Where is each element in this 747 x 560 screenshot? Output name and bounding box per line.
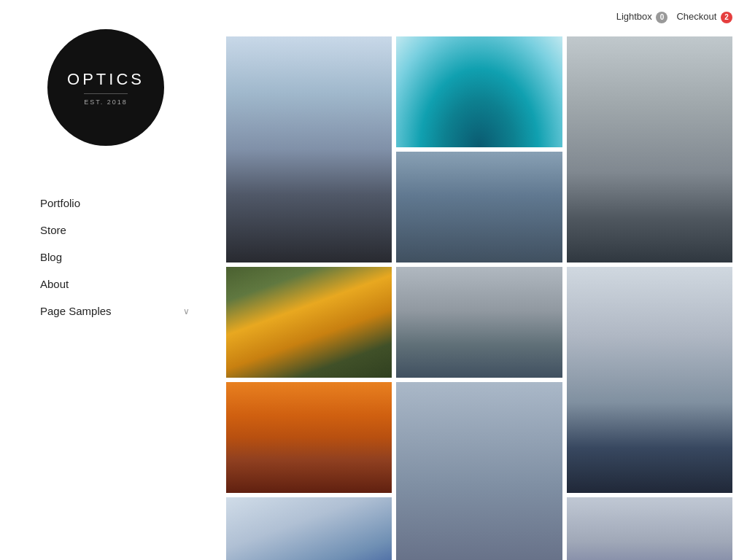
- sidebar: OPTICS EST. 2018 PortfolioStoreBlogAbout…: [0, 0, 212, 560]
- logo[interactable]: OPTICS EST. 2018: [47, 29, 164, 146]
- sidebar-item-label-blog: Blog: [40, 251, 62, 263]
- sidebar-item-store[interactable]: Store: [40, 217, 212, 244]
- photo-cell-1[interactable]: [226, 36, 392, 262]
- photo-cell-6[interactable]: [396, 267, 562, 378]
- photo-grid: [226, 29, 732, 560]
- photo-cell-5[interactable]: [226, 267, 392, 378]
- sidebar-item-label-store: Store: [40, 224, 66, 236]
- checkout-label: Checkout: [676, 11, 716, 22]
- checkout-badge: 2: [721, 12, 732, 23]
- main-content: [212, 0, 747, 560]
- photo-cell-4[interactable]: [396, 152, 562, 262]
- photo-cell-8[interactable]: [226, 382, 392, 493]
- photo-cell-2[interactable]: [396, 36, 562, 147]
- lightbox-label: Lightbox: [616, 11, 652, 22]
- lightbox-badge: 0: [656, 12, 667, 23]
- photo-cell-10[interactable]: [226, 497, 392, 560]
- sidebar-item-about[interactable]: About: [40, 271, 212, 298]
- nav: PortfolioStoreBlogAboutPage Samples∨: [0, 190, 212, 324]
- photo-cell-11[interactable]: [567, 497, 732, 560]
- sidebar-item-label-portfolio: Portfolio: [40, 197, 80, 209]
- photo-cell-9[interactable]: [396, 382, 562, 560]
- logo-est: EST. 2018: [84, 98, 128, 106]
- sidebar-item-page-samples[interactable]: Page Samples∨: [40, 298, 212, 324]
- sidebar-item-label-page-samples: Page Samples: [40, 305, 112, 317]
- checkout-link[interactable]: Checkout 2: [676, 11, 732, 23]
- sidebar-item-label-about: About: [40, 278, 69, 290]
- photo-cell-7[interactable]: [567, 267, 732, 493]
- header-top: Lightbox 0 Checkout 2: [602, 0, 747, 34]
- logo-divider: [84, 93, 128, 94]
- logo-title: OPTICS: [67, 70, 144, 89]
- sidebar-item-blog[interactable]: Blog: [40, 244, 212, 271]
- lightbox-link[interactable]: Lightbox 0: [616, 11, 668, 23]
- chevron-down-icon: ∨: [183, 306, 190, 316]
- sidebar-item-portfolio[interactable]: Portfolio: [40, 190, 212, 217]
- photo-cell-3[interactable]: [567, 36, 732, 262]
